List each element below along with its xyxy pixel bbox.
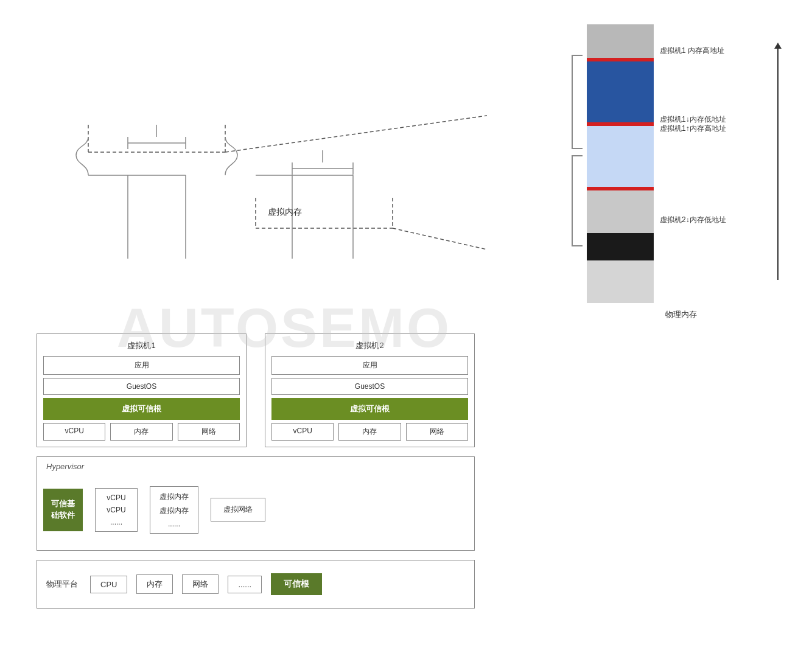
mem-gray-mid <box>587 190 654 233</box>
hypervisor-label: Hypervisor <box>46 462 84 471</box>
left-diagram-area: 虚拟内存 虚拟机1 应用 GuestOS 虚拟可信根 vCPU 内存 网络 虚拟… <box>37 18 487 627</box>
main-container: AUTOSEMO <box>0 0 812 656</box>
arrow-line <box>777 49 779 280</box>
vmem-floating-label: 虚拟内存 <box>268 207 302 218</box>
vm1-high-label: 虚拟机1 内存高地址 <box>660 46 724 56</box>
network-box: 网络 <box>182 574 219 594</box>
vmem-item-1: 虚拟内存 <box>159 492 189 502</box>
vm-row: 虚拟机1 应用 GuestOS 虚拟可信根 vCPU 内存 网络 虚拟机2 应用… <box>37 333 475 447</box>
vcpu-group: vCPU vCPU ...... <box>95 488 138 532</box>
vm2-low-label: 虚拟机2↓内存低地址 <box>660 215 726 225</box>
vm1-trusted-root-layer: 虚拟可信根 <box>43 398 240 420</box>
vm2-network: 网络 <box>406 423 468 441</box>
vmem-group: 虚拟内存 虚拟内存 ...... <box>150 486 198 534</box>
vmem-item-2: 虚拟内存 <box>159 506 189 516</box>
mem-blue-vm1 <box>587 61 654 122</box>
arrow-up-indicator <box>774 43 782 280</box>
svg-line-3 <box>225 116 487 152</box>
vm2-resources: vCPU 内存 网络 <box>271 423 468 441</box>
mem-black <box>587 233 654 260</box>
vm1-high2-label: 虚拟机1↑内存高地址 <box>660 124 726 134</box>
vnet-group: 虚拟网络 <box>211 498 265 522</box>
vcpu-item-2: vCPU <box>107 506 125 514</box>
vm1-brace <box>572 55 583 149</box>
hypervisor-box: Hypervisor 可信基础软件 vCPU vCPU ...... 虚拟内存 … <box>37 456 475 551</box>
vm2-brace <box>572 155 583 246</box>
vnet-label: 虚拟网络 <box>223 504 253 515</box>
vm1-app-layer: 应用 <box>43 356 240 375</box>
physical-memory-label: 物理内存 <box>581 309 782 320</box>
vm1-title: 虚拟机1 <box>43 340 240 351</box>
trusted-software-box: 可信基础软件 <box>43 489 83 531</box>
physical-platform-label: 物理平台 <box>46 579 78 590</box>
hypervisor-content: 可信基础软件 vCPU vCPU ...... 虚拟内存 虚拟内存 ......… <box>43 475 468 544</box>
vm1-network: 网络 <box>178 423 240 441</box>
vmem-dots: ...... <box>168 520 180 528</box>
vm2-memory: 内存 <box>338 423 401 441</box>
mem-gray-top <box>587 24 654 58</box>
vm1-memory: 内存 <box>110 423 172 441</box>
vm2-trusted-root-layer: 虚拟可信根 <box>271 398 468 420</box>
memory-column <box>587 24 654 303</box>
right-memory-area: 虚拟机1 内存高地址 虚拟机1↓内存低地址 虚拟机1↑内存高地址 虚拟机2↓内存… <box>587 24 782 320</box>
cpu-box: CPU <box>90 576 127 593</box>
physical-platform-box: 物理平台 CPU 内存 网络 ...... 可信根 <box>37 560 475 609</box>
mem-gray-bot <box>587 260 654 303</box>
vcpu-item-1: vCPU <box>107 494 125 502</box>
vm1-vcpu: vCPU <box>43 423 105 441</box>
vm1-guestos-layer: GuestOS <box>43 378 240 395</box>
vm2-title: 虚拟机2 <box>271 340 468 351</box>
mem-lightblue-vm2 <box>587 126 654 187</box>
memory-box: 内存 <box>136 574 173 594</box>
vcpu-dots: ...... <box>110 518 122 526</box>
vm1-box: 虚拟机1 应用 GuestOS 虚拟可信根 vCPU 内存 网络 <box>37 333 247 447</box>
dots-box: ...... <box>228 576 262 593</box>
vm1-resources: vCPU 内存 网络 <box>43 423 240 441</box>
svg-line-7 <box>393 228 487 249</box>
vm2-guestos-layer: GuestOS <box>271 378 468 395</box>
vm2-vcpu: vCPU <box>271 423 334 441</box>
trusted-root-box: 可信根 <box>271 573 322 595</box>
vm2-box: 虚拟机2 应用 GuestOS 虚拟可信根 vCPU 内存 网络 <box>265 333 475 447</box>
memory-visual: 虚拟机1 内存高地址 虚拟机1↓内存低地址 虚拟机1↑内存高地址 虚拟机2↓内存… <box>587 24 782 303</box>
arrow-head-up <box>774 43 782 49</box>
vm2-app-layer: 应用 <box>271 356 468 375</box>
